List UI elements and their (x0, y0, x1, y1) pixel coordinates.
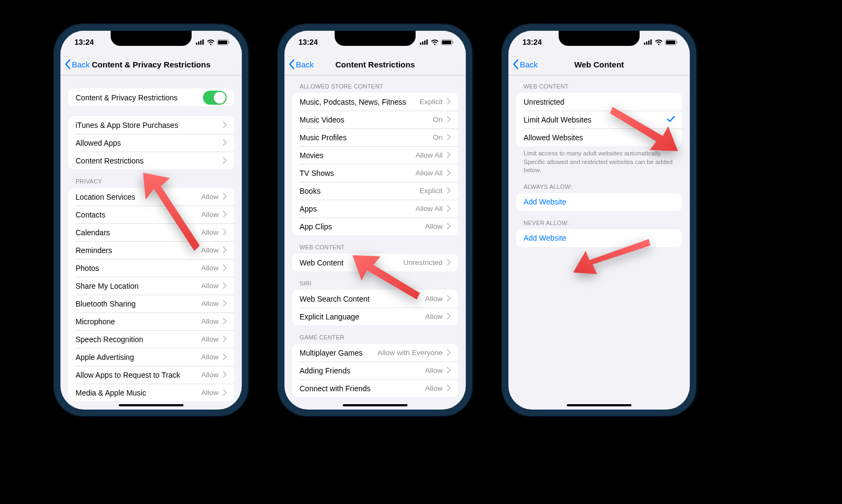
list-row[interactable]: Media & Apple MusicAllow (68, 384, 234, 401)
add-website-always[interactable]: Add Website (516, 193, 682, 211)
never-allow-group: Add Website (516, 229, 682, 247)
list-row[interactable]: PhotosAllow (68, 259, 234, 277)
list-row[interactable]: Music ProfilesOn (292, 128, 458, 146)
list-row[interactable]: CalendarsAllow (68, 223, 234, 241)
content-area: Web Content UnrestrictedLimit Adult Webs… (508, 76, 690, 410)
chevron-left-icon (65, 59, 71, 69)
back-button[interactable]: Back (65, 59, 90, 69)
list-row[interactable]: RemindersAllow (68, 241, 234, 259)
chevron-right-icon (447, 169, 451, 176)
gamecenter-group: Multiplayer GamesAllow with EveryoneAddi… (292, 344, 458, 397)
list-row[interactable]: Speech RecognitionAllow (68, 330, 234, 348)
list-row[interactable]: Allowed Websites (516, 128, 682, 146)
row-label: Content Restrictions (76, 156, 221, 165)
list-row[interactable]: Adding FriendsAllow (292, 362, 458, 379)
chevron-right-icon (223, 229, 227, 235)
list-row[interactable]: Music VideosOn (292, 111, 458, 128)
row-value: Allow (425, 295, 443, 303)
disclosure-icon (447, 312, 451, 321)
screen-3: 13:24 Back Web Content Web Content Unres… (508, 31, 690, 410)
row-value: Allow (425, 222, 443, 230)
disclosure-icon (223, 353, 227, 362)
disclosure-icon (223, 371, 227, 379)
list-row[interactable]: Connect with FriendsAllow (292, 379, 458, 397)
row-label: App Clips (300, 222, 425, 231)
list-row[interactable]: Web ContentUnrestricted (292, 254, 458, 271)
checkmark-icon (667, 116, 675, 122)
toggle-on[interactable] (203, 91, 227, 105)
back-button[interactable]: Back (513, 59, 538, 69)
always-allow-group: Add Website (516, 193, 682, 211)
check-icon (667, 115, 675, 124)
svg-rect-8 (422, 42, 424, 45)
svg-rect-20 (677, 41, 678, 43)
list-row[interactable]: Web Search ContentAllow (292, 290, 458, 308)
row-label: Share My Location (76, 282, 201, 290)
section-header-always: Always Allow: (508, 175, 690, 193)
list-row[interactable]: App ClipsAllow (292, 217, 458, 235)
list-row[interactable]: AppsAllow All (292, 200, 458, 217)
svg-rect-15 (646, 42, 648, 45)
row-label: Allowed Apps (76, 139, 221, 147)
chevron-right-icon (223, 139, 227, 146)
status-indicators (196, 39, 230, 45)
back-label: Back (520, 60, 538, 69)
add-website-never[interactable]: Add Website (516, 229, 682, 247)
list-row[interactable]: Allow Apps to Request to TrackAllow (68, 366, 234, 384)
list-row[interactable]: MoviesAllow All (292, 146, 458, 164)
row-label: Bluetooth Sharing (76, 299, 201, 308)
row-value: On (433, 115, 443, 124)
status-time: 13:24 (522, 38, 542, 46)
list-row[interactable]: Explicit LanguageAllow (292, 308, 458, 325)
list-row[interactable]: BooksExplicit (292, 182, 458, 200)
list-row[interactable]: Share My LocationAllow (68, 277, 234, 295)
chevron-right-icon (223, 300, 227, 307)
list-row[interactable]: Unrestricted (516, 93, 682, 111)
list-row[interactable]: ContactsAllow (68, 206, 234, 223)
list-row[interactable]: Multiplayer GamesAllow with Everyone (292, 344, 458, 362)
disclosure-icon (223, 193, 227, 201)
back-button[interactable]: Back (289, 59, 314, 69)
chevron-right-icon (447, 187, 451, 194)
list-row[interactable]: Allowed Apps (68, 134, 234, 152)
row-value: Allow (201, 193, 219, 201)
row-label: Connect with Friends (300, 384, 425, 393)
disclosure-icon (447, 349, 451, 357)
list-row[interactable]: Limit Adult Websites (516, 111, 682, 128)
row-label: Explicit Language (300, 312, 425, 321)
svg-rect-1 (198, 42, 200, 45)
status-indicators (420, 39, 454, 45)
home-indicator (343, 404, 408, 406)
master-toggle-row[interactable]: Content & Privacy Restrictions (68, 88, 234, 106)
disclosure-icon (223, 228, 227, 237)
chevron-right-icon (447, 385, 451, 391)
chevron-right-icon (223, 336, 227, 342)
row-label: Content & Privacy Restrictions (76, 93, 203, 102)
disclosure-icon (447, 133, 451, 142)
chevron-right-icon (447, 313, 451, 319)
disclosure-icon (223, 156, 227, 165)
list-row[interactable]: MicrophoneAllow (68, 312, 234, 330)
list-row[interactable]: Music, Podcasts, News, FitnessExplicit (292, 93, 458, 111)
list-row[interactable]: iTunes & App Store Purchases (68, 116, 234, 134)
chevron-right-icon (447, 98, 451, 105)
list-row[interactable]: Apple AdvertisingAllow (68, 348, 234, 366)
status-time: 13:24 (74, 38, 94, 46)
wifi-icon (431, 39, 439, 45)
content-area: Allowed Store Content Music, Podcasts, N… (284, 76, 466, 410)
disclosure-icon (223, 139, 227, 147)
row-label: Add Website (524, 234, 675, 242)
list-row[interactable]: Content Restrictions (68, 152, 234, 169)
notch (335, 31, 416, 46)
list-row[interactable]: TV ShowsAllow All (292, 164, 458, 182)
list-row[interactable]: Bluetooth SharingAllow (68, 295, 234, 312)
nav-bar: Back Content Restrictions (284, 53, 466, 76)
chevron-left-icon (289, 59, 295, 69)
disclosure-icon (447, 366, 451, 375)
chevron-right-icon (223, 389, 227, 396)
row-label: Web Content (300, 258, 403, 267)
chevron-right-icon (447, 367, 451, 373)
disclosure-icon (447, 258, 451, 267)
list-row[interactable]: Location ServicesAllow (68, 188, 234, 206)
row-value: Allow (425, 312, 443, 321)
